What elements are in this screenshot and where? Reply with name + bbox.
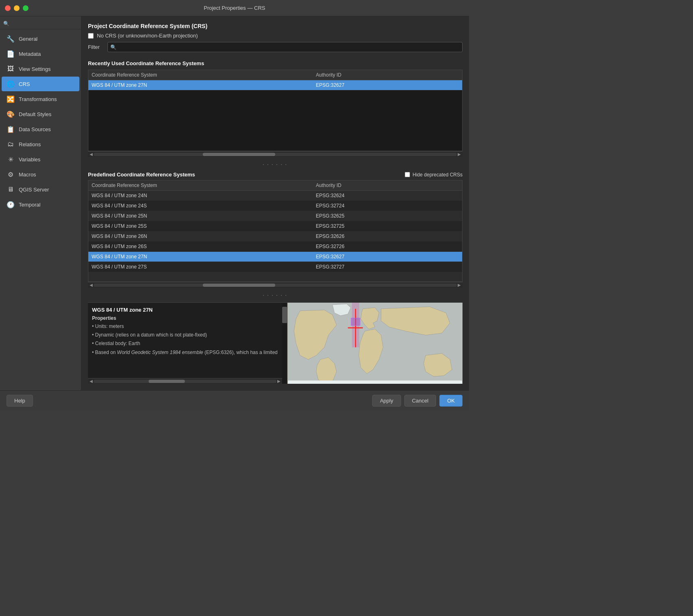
minimize-button[interactable] bbox=[14, 5, 20, 11]
hide-deprecated-label: Hide deprecated CRSs bbox=[412, 172, 463, 178]
window-controls bbox=[5, 5, 29, 11]
info-hscrollbar[interactable]: ◀ ▶ bbox=[88, 378, 282, 384]
svg-rect-5 bbox=[351, 318, 360, 326]
apply-button[interactable]: Apply bbox=[372, 395, 401, 407]
recently-used-row[interactable]: WGS 84 / UTM zone 27NEPSG:32627 bbox=[88, 80, 462, 90]
crs-info-subtitle: Properties bbox=[92, 315, 283, 321]
predefined-crs-cell: WGS 84 / UTM zone 24N bbox=[88, 191, 313, 201]
sidebar-item-default-styles[interactable]: 🎨Default Styles bbox=[2, 107, 79, 121]
predefined-row[interactable]: WGS 84 / UTM zone 26SEPSG:32726 bbox=[88, 242, 462, 252]
title-bar: Project Properties — CRS bbox=[0, 0, 469, 16]
sidebar-item-general[interactable]: 🔧General bbox=[2, 31, 79, 46]
predefined-scroll-thumb[interactable] bbox=[203, 284, 275, 287]
footer: Help Apply Cancel OK bbox=[0, 390, 469, 411]
sidebar-item-crs[interactable]: 🌐CRS bbox=[2, 77, 79, 91]
map-preview bbox=[287, 303, 463, 384]
sidebar-item-qgis-server[interactable]: 🖥QGIS Server bbox=[2, 182, 79, 197]
predefined-row[interactable]: WGS 84 / UTM zone 27SEPSG:32727 bbox=[88, 262, 462, 272]
bottom-handle[interactable]: • • • • • • bbox=[88, 293, 463, 297]
predefined-row[interactable]: WGS 84 / UTM zone 25NEPSG:32625 bbox=[88, 211, 462, 221]
sidebar-icon-variables: ✳ bbox=[7, 155, 15, 163]
predefined-row[interactable]: WGS 84 / UTM zone 25SEPSG:32725 bbox=[88, 221, 462, 231]
filter-search-icon: 🔍 bbox=[110, 44, 116, 50]
ok-button[interactable]: OK bbox=[439, 395, 463, 407]
sidebar-search-input[interactable] bbox=[11, 20, 78, 26]
footer-right: Apply Cancel OK bbox=[372, 395, 463, 407]
info-scroll-track[interactable] bbox=[94, 380, 276, 383]
info-scroll-right[interactable]: ▶ bbox=[276, 379, 281, 383]
predefined-scroll-left[interactable]: ◀ bbox=[89, 283, 94, 287]
predefined-authority-cell: EPSG:32725 bbox=[313, 221, 462, 231]
sidebar-item-macros[interactable]: ⚙Macros bbox=[2, 167, 79, 182]
filter-input-wrapper[interactable]: 🔍 bbox=[107, 42, 463, 52]
close-button[interactable] bbox=[5, 5, 11, 11]
section-heading: Project Coordinate Reference System (CRS… bbox=[88, 23, 463, 29]
sidebar-item-relations[interactable]: 🗂Relations bbox=[2, 137, 79, 152]
predefined-section: Predefined Coordinate Reference Systems … bbox=[88, 172, 463, 288]
predefined-row[interactable]: WGS 84 / UTM zone 26NEPSG:32626 bbox=[88, 231, 462, 242]
scroll-track[interactable] bbox=[94, 153, 457, 156]
predefined-row[interactable]: WGS 84 / UTM zone 24NEPSG:32624 bbox=[88, 191, 462, 201]
hide-deprecated-checkbox[interactable] bbox=[405, 172, 410, 177]
predefined-row[interactable]: WGS 84 / UTM zone 27NEPSG:32627 bbox=[88, 252, 462, 262]
cancel-button[interactable]: Cancel bbox=[404, 395, 436, 407]
crs-property-item: • Dynamic (relies on a datum which is no… bbox=[92, 331, 283, 339]
sidebar-item-temporal[interactable]: 🕐Temporal bbox=[2, 197, 79, 212]
predefined-authority-cell: EPSG:32624 bbox=[313, 191, 462, 201]
predefined-col2-header: Authority ID bbox=[313, 180, 462, 191]
info-scroll-thumb2[interactable] bbox=[149, 380, 185, 383]
help-button[interactable]: Help bbox=[7, 395, 33, 407]
sidebar-icon-default-styles: 🎨 bbox=[7, 110, 15, 118]
info-scrollbar[interactable] bbox=[282, 303, 287, 384]
predefined-scroll-track[interactable] bbox=[94, 284, 457, 287]
predefined-authority-cell: EPSG:32627 bbox=[313, 252, 462, 262]
predefined-scroll-right[interactable]: ▶ bbox=[457, 283, 462, 287]
bottom-panel: WGS 84 / UTM zone 27N Properties • Units… bbox=[88, 302, 463, 384]
predefined-crs-cell: WGS 84 / UTM zone 24S bbox=[88, 201, 313, 211]
predefined-table-wrapper: Coordinate Reference System Authority ID… bbox=[88, 180, 463, 282]
scroll-right-arrow[interactable]: ▶ bbox=[457, 152, 462, 156]
info-scroll-thumb[interactable] bbox=[282, 307, 287, 323]
sidebar-label-macros: Macros bbox=[19, 172, 36, 178]
main-layout: 🔍 🔧General📄Metadata🖼View Settings🌐CRS🔀Tr… bbox=[0, 16, 469, 390]
sidebar-search-box[interactable]: 🔍 bbox=[0, 18, 81, 29]
sidebar-icon-qgis-server: 🖥 bbox=[7, 185, 15, 194]
predefined-crs-cell: WGS 84 / UTM zone 26N bbox=[88, 231, 313, 242]
no-crs-row: No CRS (or unknown/non-Earth projection) bbox=[88, 33, 463, 39]
scroll-left-arrow[interactable]: ◀ bbox=[89, 152, 94, 156]
predefined-table: Coordinate Reference System Authority ID… bbox=[88, 180, 462, 272]
sidebar-icon-general: 🔧 bbox=[7, 35, 15, 43]
sidebar-item-data-sources[interactable]: 📋Data Sources bbox=[2, 122, 79, 136]
sidebar-items: 🔧General📄Metadata🖼View Settings🌐CRS🔀Tran… bbox=[0, 31, 81, 212]
hide-deprecated-row: Hide deprecated CRSs bbox=[405, 172, 463, 178]
recently-crs-cell: WGS 84 / UTM zone 27N bbox=[88, 80, 313, 90]
predefined-authority-cell: EPSG:32625 bbox=[313, 211, 462, 221]
predefined-table-inner[interactable]: Coordinate Reference System Authority ID… bbox=[88, 180, 462, 282]
predefined-crs-cell: WGS 84 / UTM zone 27N bbox=[88, 252, 313, 262]
sidebar-item-variables[interactable]: ✳Variables bbox=[2, 152, 79, 167]
recently-used-title: Recently Used Coordinate Reference Syste… bbox=[88, 60, 463, 66]
crs-property-item: • Celestial body: Earth bbox=[92, 340, 283, 348]
maximize-button[interactable] bbox=[23, 5, 29, 11]
sidebar-icon-metadata: 📄 bbox=[7, 50, 15, 58]
predefined-crs-cell: WGS 84 / UTM zone 27S bbox=[88, 262, 313, 272]
sidebar-item-metadata[interactable]: 📄Metadata bbox=[2, 46, 79, 61]
filter-label: Filter bbox=[88, 44, 104, 50]
predefined-hscrollbar[interactable]: ◀ ▶ bbox=[88, 282, 463, 288]
sidebar-item-view-settings[interactable]: 🖼View Settings bbox=[2, 62, 79, 76]
no-crs-label: No CRS (or unknown/non-Earth projection) bbox=[97, 33, 198, 39]
predefined-title: Predefined Coordinate Reference Systems bbox=[88, 172, 195, 178]
no-crs-checkbox[interactable] bbox=[88, 33, 94, 39]
predefined-crs-cell: WGS 84 / UTM zone 25N bbox=[88, 211, 313, 221]
scroll-thumb[interactable] bbox=[203, 153, 275, 156]
sidebar-label-temporal: Temporal bbox=[19, 202, 40, 208]
crs-property-item: • Based on World Geodetic System 1984 en… bbox=[92, 349, 283, 356]
sidebar-item-transformations[interactable]: 🔀Transformations bbox=[2, 92, 79, 106]
filter-input[interactable] bbox=[119, 44, 460, 50]
section-handle[interactable]: • • • • • • bbox=[88, 162, 463, 167]
recently-hscrollbar[interactable]: ◀ ▶ bbox=[88, 151, 463, 157]
recently-used-table: Coordinate Reference System Authority ID… bbox=[88, 70, 462, 90]
info-scroll-left[interactable]: ◀ bbox=[89, 379, 94, 383]
predefined-row[interactable]: WGS 84 / UTM zone 24SEPSG:32724 bbox=[88, 201, 462, 211]
crs-info-title: WGS 84 / UTM zone 27N bbox=[92, 307, 283, 313]
